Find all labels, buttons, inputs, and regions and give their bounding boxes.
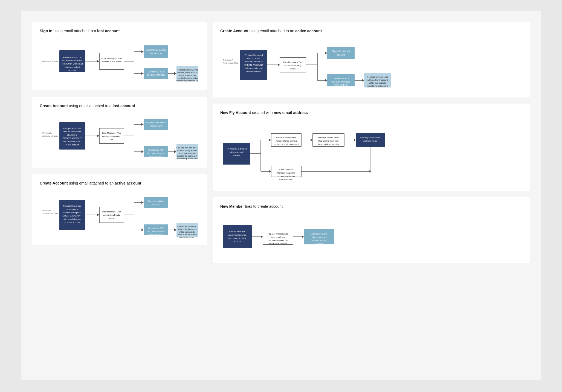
svg-rect-88 <box>144 197 168 208</box>
svg-text:"Activate Account" to: "Activate Account" to <box>268 239 287 242</box>
svg-text:membership profile on BE: membership profile on BE <box>176 80 198 82</box>
svg-text:Sales / Account: Sales / Account <box>279 168 294 171</box>
svg-text:Fly Account is created: Fly Account is created <box>227 148 247 150</box>
svg-rect-61 <box>176 144 198 159</box>
svg-text:via Sales Force: via Sales Force <box>363 140 377 142</box>
svg-text:Create free FLY: Create free FLY <box>148 227 164 229</box>
flow-diagram-2: Principal / Authorized User Principle/Au… <box>40 117 198 160</box>
svg-text:account is already: account is already <box>285 64 301 67</box>
svg-marker-7 <box>97 60 99 63</box>
svg-text:lost account: lost account <box>150 125 162 127</box>
svg-text:email address: email address <box>334 84 348 86</box>
svg-text:with email attached: with email attached <box>245 67 262 69</box>
flow-diagram-6: New member with unactivated account trie… <box>220 218 521 256</box>
svg-marker-123 <box>325 79 327 82</box>
svg-text:user on lost account: user on lost account <box>63 130 82 133</box>
svg-marker-49 <box>141 123 144 126</box>
svg-text:account attempts to: account attempts to <box>245 60 262 63</box>
svg-marker-77 <box>97 213 99 216</box>
flow-diagram-3: Principal / Authorized User Principle/Au… <box>40 194 198 238</box>
svg-text:will be automatically: will be automatically <box>179 74 196 77</box>
section-title-3: Create Account using email attached to a… <box>40 181 199 186</box>
section-title-6: New Member tries to create account <box>220 204 522 209</box>
svg-marker-147 <box>269 170 271 173</box>
svg-text:Sign into existing: Sign into existing <box>332 50 350 52</box>
svg-text:will be automatically: will be automatically <box>369 82 386 84</box>
svg-text:If created with new ema...: If created with new ema... <box>177 226 197 227</box>
svg-text:Error Message - This: Error Message - This <box>102 132 121 134</box>
svg-text:Sign into existing: Sign into existing <box>148 200 164 202</box>
section-title-2: Create Account using email attached to a… <box>40 103 199 109</box>
svg-text:with new email: with new email <box>230 151 244 153</box>
svg-marker-85 <box>141 201 144 204</box>
svg-text:account: account <box>234 240 241 243</box>
svg-text:takes user to set: takes user to set <box>311 236 327 238</box>
svg-text:contact on another account: contact on another account <box>274 143 299 145</box>
right-panel: Create Account using email attached to a… <box>213 22 530 270</box>
actor-label-1: Authorized User <box>42 60 58 62</box>
svg-text:account: account <box>68 69 76 72</box>
svg-text:account: account <box>152 203 160 206</box>
svg-text:use: use <box>110 138 113 141</box>
svg-text:in use: in use <box>290 68 296 70</box>
section-create-active-right: Create Account using email attached to a… <box>213 22 530 97</box>
svg-marker-132 <box>362 79 364 82</box>
canvas: Sign In using email attached to a lost a… <box>21 11 541 380</box>
svg-text:tries to create a Fly: tries to create a Fly <box>228 237 246 239</box>
svg-text:linked to the lost or active: linked to the lost or active <box>177 77 198 79</box>
svg-rect-17 <box>144 45 168 58</box>
left-panel: Sign In using email attached to a lost a… <box>32 22 207 252</box>
svg-text:account with new: account with new <box>147 230 164 233</box>
svg-text:user on active: user on active <box>66 208 79 210</box>
svg-text:lost account: lost account <box>150 52 162 55</box>
svg-text:address, the fly account: address, the fly account <box>177 72 198 74</box>
svg-text:Create free FLY: Create free FLY <box>333 77 349 80</box>
svg-text:Manually link accounts: Manually link accounts <box>360 136 381 139</box>
svg-marker-16 <box>141 72 144 75</box>
svg-text:attempts to: attempts to <box>67 134 77 136</box>
svg-marker-170 <box>369 170 371 173</box>
svg-text:attached to lost: attached to lost <box>65 66 80 68</box>
svg-text:Message sent to Sales: Message sent to Sales <box>318 136 339 139</box>
svg-text:If created with new email: If created with new email <box>367 76 388 78</box>
svg-text:If created with new email: If created with new email <box>177 69 198 71</box>
svg-text:Authorized User: Authorized User <box>42 135 58 137</box>
svg-rect-124 <box>327 47 355 59</box>
section-new-fly: New Fly Account created with new email a… <box>213 104 530 191</box>
svg-text:account: account <box>337 54 345 56</box>
svg-text:address, the fly account: address, the fly account <box>177 150 197 152</box>
svg-text:membership profile...: membership profile... <box>179 236 196 238</box>
svg-text:"Activate Account": "Activate Account" <box>311 233 328 235</box>
svg-marker-87 <box>141 229 144 231</box>
section-signin-lost: Sign In using email attached to a lost a… <box>32 22 207 90</box>
svg-text:Create free FLY: Create free FLY <box>148 70 164 73</box>
section-new-member: New Member tries to create account New m… <box>213 197 530 263</box>
svg-text:address: address <box>233 154 241 157</box>
svg-marker-41 <box>97 134 99 137</box>
svg-text:email address: email address <box>149 233 163 236</box>
svg-text:user on active: user on active <box>247 57 260 60</box>
svg-rect-171 <box>223 225 252 248</box>
section-create-lost: Create Account using email attached to a… <box>32 97 207 168</box>
svg-text:address, the fly account: address, the fly account <box>178 228 197 230</box>
svg-text:there might be a match: there might be a match <box>318 143 339 145</box>
svg-text:Principle/Authorized: Principle/Authorized <box>245 54 263 56</box>
svg-text:Principle/Authorized: Principle/Authorized <box>63 205 82 207</box>
svg-marker-159 <box>354 139 356 141</box>
svg-text:Authorized User: Authorized User <box>223 62 239 64</box>
svg-text:Authorized User: Authorized User <box>42 212 58 215</box>
svg-rect-138 <box>223 143 250 165</box>
svg-text:address, the fly account: address, the fly account <box>367 79 388 81</box>
svg-text:lost account attempts: lost account attempts <box>62 59 83 62</box>
section-create-active-left: Create Account using email attached to a… <box>32 174 207 245</box>
svg-text:linked to the lost or active: linked to the lost or active <box>367 85 389 87</box>
svg-text:CREATE ACCOUNT: CREATE ACCOUNT <box>63 215 82 217</box>
svg-text:account with new: account with new <box>147 152 164 154</box>
svg-text:account is already: account is already <box>103 214 120 216</box>
svg-text:linked to the lost or activ: linked to the lost or activ <box>178 234 197 236</box>
svg-text:CREATE ACCOUNT: CREATE ACCOUNT <box>63 137 82 139</box>
svg-marker-184 <box>302 235 304 238</box>
svg-text:another account: another account <box>279 178 294 181</box>
svg-text:email address: email address <box>149 155 163 158</box>
flow-diagram-4: Principal / Authorized User Principle/Au… <box>220 42 521 90</box>
